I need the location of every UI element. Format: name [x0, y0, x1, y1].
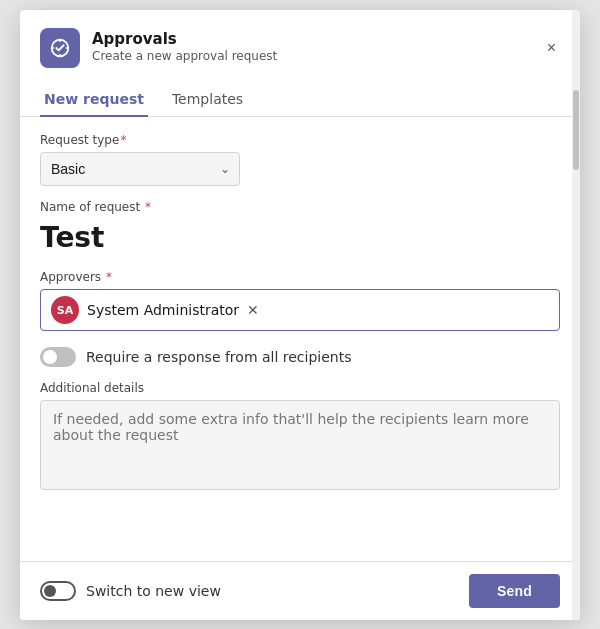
required-star: *	[120, 133, 126, 147]
send-button[interactable]: Send	[469, 574, 560, 608]
approvers-field: Approvers * SA System Administrator ✕	[40, 270, 560, 331]
close-button[interactable]: ×	[543, 35, 560, 61]
scrollbar-thumb[interactable]	[573, 90, 579, 170]
scrollbar[interactable]	[572, 10, 580, 620]
approver-tag: System Administrator ✕	[87, 302, 261, 318]
response-toggle-label: Require a response from all recipients	[86, 349, 351, 365]
tabs: New request Templates	[20, 82, 580, 117]
approver-name: System Administrator	[87, 302, 239, 318]
request-name-label: Name of request *	[40, 200, 560, 214]
required-star-name: *	[141, 200, 151, 214]
request-type-select[interactable]: Basic	[40, 152, 240, 186]
switch-view-toggle[interactable]	[40, 581, 76, 601]
approvers-input[interactable]: SA System Administrator ✕	[40, 289, 560, 331]
header-text: Approvals Create a new approval request	[92, 30, 277, 65]
request-name-value[interactable]: Test	[40, 219, 560, 257]
response-toggle-row: Require a response from all recipients	[40, 347, 560, 367]
switch-view-row: Switch to new view	[40, 581, 221, 601]
form-content: Request type* Basic ⌄ Name of request * …	[20, 117, 580, 561]
request-type-select-wrapper: Basic ⌄	[40, 152, 240, 186]
dialog-footer: Switch to new view Send	[20, 561, 580, 620]
dialog-header: Approvals Create a new approval request …	[20, 10, 580, 78]
response-toggle[interactable]	[40, 347, 76, 367]
required-star-approvers: *	[102, 270, 112, 284]
additional-details-field: Additional details	[40, 381, 560, 490]
request-type-label: Request type*	[40, 133, 560, 147]
request-name-field: Name of request * Test	[40, 200, 560, 257]
remove-approver-button[interactable]: ✕	[245, 303, 261, 317]
app-title: Approvals	[92, 30, 277, 50]
approvers-label: Approvers *	[40, 270, 560, 284]
switch-view-label: Switch to new view	[86, 583, 221, 599]
request-type-field: Request type* Basic ⌄	[40, 133, 560, 186]
tab-new-request[interactable]: New request	[40, 83, 148, 117]
tab-templates[interactable]: Templates	[168, 83, 247, 117]
additional-details-label: Additional details	[40, 381, 560, 395]
header-left: Approvals Create a new approval request	[40, 28, 277, 68]
avatar: SA	[51, 296, 79, 324]
app-subtitle: Create a new approval request	[92, 49, 277, 65]
approval-dialog: Approvals Create a new approval request …	[20, 10, 580, 620]
additional-details-textarea[interactable]	[40, 400, 560, 490]
app-icon	[40, 28, 80, 68]
